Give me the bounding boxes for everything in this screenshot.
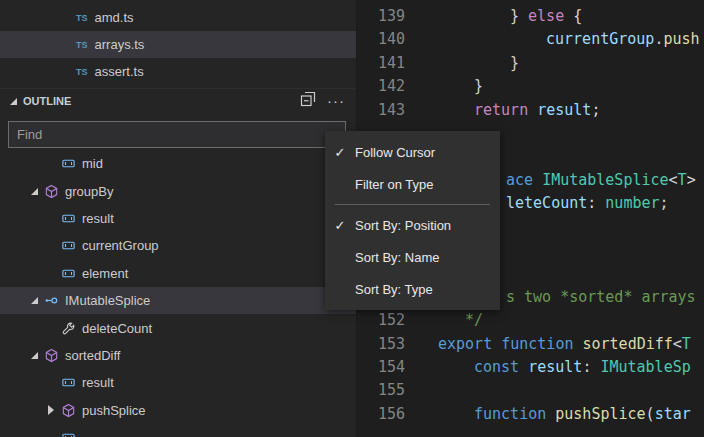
menu-item-label: Sort By: Name xyxy=(355,250,440,265)
menu-item-sort-by-name[interactable]: Sort By: Name xyxy=(325,241,500,273)
menu-item-sort-by-position[interactable]: ✓Sort By: Position xyxy=(325,209,500,241)
outline-item-deleteCount[interactable]: deleteCount xyxy=(0,314,356,341)
symbol-variable-icon xyxy=(60,265,76,281)
outline-find-input[interactable] xyxy=(8,121,346,148)
outline-item-mid[interactable]: mid xyxy=(0,150,356,177)
outline-item-label: deleteCount xyxy=(82,321,152,336)
code-line[interactable]: currentGroup.push xyxy=(546,28,700,51)
symbol-method-icon xyxy=(60,402,76,418)
symbol-method-icon xyxy=(43,183,59,199)
file-name: amd.ts xyxy=(95,10,134,25)
line-number: 140 xyxy=(357,28,405,51)
section-expand-icon xyxy=(10,98,17,105)
outline-item-label: currentGroup xyxy=(82,238,159,253)
symbol-variable-icon xyxy=(60,210,76,226)
menu-item-follow-cursor[interactable]: ✓Follow Cursor xyxy=(325,136,500,168)
typescript-file-icon: TS xyxy=(76,13,88,23)
menu-separator xyxy=(335,204,490,205)
typescript-file-icon: TS xyxy=(76,40,88,50)
symbol-variable-icon xyxy=(60,375,76,391)
line-number: 156 xyxy=(357,403,405,426)
chevron-expanded-icon[interactable] xyxy=(25,352,43,359)
chevron-expanded-icon[interactable] xyxy=(25,297,43,304)
symbol-property-icon xyxy=(60,320,76,336)
menu-item-label: Filter on Type xyxy=(355,177,434,192)
outline-item-label: mid xyxy=(82,156,103,171)
outline-item-currentGroup[interactable]: currentGroup xyxy=(0,232,356,259)
line-number: 141 xyxy=(357,52,405,75)
typescript-file-icon: TS xyxy=(76,67,88,77)
outline-section-header[interactable]: OUTLINE ··· xyxy=(0,88,356,113)
vscode-window: TSamd.tsTSarrays.tsTSassert.ts OUTLINE ·… xyxy=(0,0,704,437)
menu-item-label: Sort By: Position xyxy=(355,218,451,233)
more-actions-icon: ··· xyxy=(327,96,345,106)
outline-item[interactable] xyxy=(0,424,356,437)
file-row-amd-ts[interactable]: TSamd.ts xyxy=(0,4,356,31)
collapse-all-icon xyxy=(300,91,316,111)
outline-item-label: sortedDiff xyxy=(65,348,120,363)
menu-item-label: Follow Cursor xyxy=(355,145,435,160)
symbol-variable-icon xyxy=(60,156,76,172)
line-number: 155 xyxy=(357,379,405,402)
outline-item-element[interactable]: element xyxy=(0,260,356,287)
line-number: 152 xyxy=(357,309,405,332)
code-line[interactable]: const result: IMutableSp xyxy=(474,356,691,379)
sidebar: TSamd.tsTSarrays.tsTSassert.ts OUTLINE ·… xyxy=(0,0,356,437)
menu-item-label: Sort By: Type xyxy=(355,282,433,297)
code-line[interactable]: function pushSplice(star xyxy=(474,403,691,426)
symbol-variable-icon xyxy=(60,238,76,254)
file-row-assert-ts[interactable]: TSassert.ts xyxy=(0,58,356,85)
collapse-all-button[interactable] xyxy=(298,91,318,111)
outline-item-label: result xyxy=(82,375,114,390)
line-number: 153 xyxy=(357,333,405,356)
chevron-collapsed-icon[interactable] xyxy=(42,405,60,415)
outline-item-label: element xyxy=(82,266,128,281)
symbol-variable-icon xyxy=(60,430,76,437)
checkmark-icon: ✓ xyxy=(325,145,355,160)
outline-item-sortedDiff[interactable]: sortedDiff xyxy=(0,342,356,369)
code-line[interactable]: } else { xyxy=(510,5,582,28)
menu-item-sort-by-type[interactable]: Sort By: Type xyxy=(325,273,500,305)
code-line[interactable]: s two *sorted* arrays xyxy=(506,286,696,309)
file-name: arrays.ts xyxy=(95,37,145,52)
code-line[interactable]: export function sortedDiff<T xyxy=(438,333,691,356)
menu-item-filter-on-type[interactable]: Filter on Type xyxy=(325,168,500,200)
outline-tree: midgroupByresultcurrentGroupelementIMuta… xyxy=(0,150,356,437)
outline-item-IMutableSplice[interactable]: IMutableSplice xyxy=(0,287,356,314)
code-line[interactable]: ace IMutableSplice<T> { xyxy=(506,169,704,192)
outline-item-label: IMutableSplice xyxy=(65,293,150,308)
outline-title: OUTLINE xyxy=(23,95,290,107)
code-line[interactable]: } xyxy=(510,52,519,75)
file-row-arrays-ts[interactable]: TSarrays.ts xyxy=(0,31,356,58)
outline-item-pushSplice[interactable]: pushSplice xyxy=(0,397,356,424)
outline-context-menu: ✓Follow CursorFilter on Type✓Sort By: Po… xyxy=(325,131,500,310)
line-number: 143 xyxy=(357,99,405,122)
code-line[interactable]: } xyxy=(474,75,483,98)
line-number: 154 xyxy=(357,356,405,379)
symbol-interface-icon xyxy=(43,293,59,309)
line-number: 142 xyxy=(357,75,405,98)
outline-item-label: result xyxy=(82,211,114,226)
line-number: 139 xyxy=(357,5,405,28)
outline-item-groupBy[interactable]: groupBy xyxy=(0,177,356,204)
outline-item-label: groupBy xyxy=(65,184,113,199)
symbol-method-icon xyxy=(43,347,59,363)
chevron-expanded-icon[interactable] xyxy=(25,188,43,195)
outline-item-result[interactable]: result xyxy=(0,369,356,396)
code-line[interactable]: leteCount: number; xyxy=(506,192,669,215)
outline-item-result[interactable]: result xyxy=(0,205,356,232)
file-name: assert.ts xyxy=(95,64,144,79)
checkmark-icon: ✓ xyxy=(325,218,355,233)
code-line[interactable]: */ xyxy=(465,309,483,332)
file-list: TSamd.tsTSarrays.tsTSassert.ts xyxy=(0,4,356,85)
code-line[interactable]: return result; xyxy=(474,99,600,122)
more-actions-button[interactable]: ··· xyxy=(326,91,346,111)
outline-item-label: pushSplice xyxy=(82,403,146,418)
